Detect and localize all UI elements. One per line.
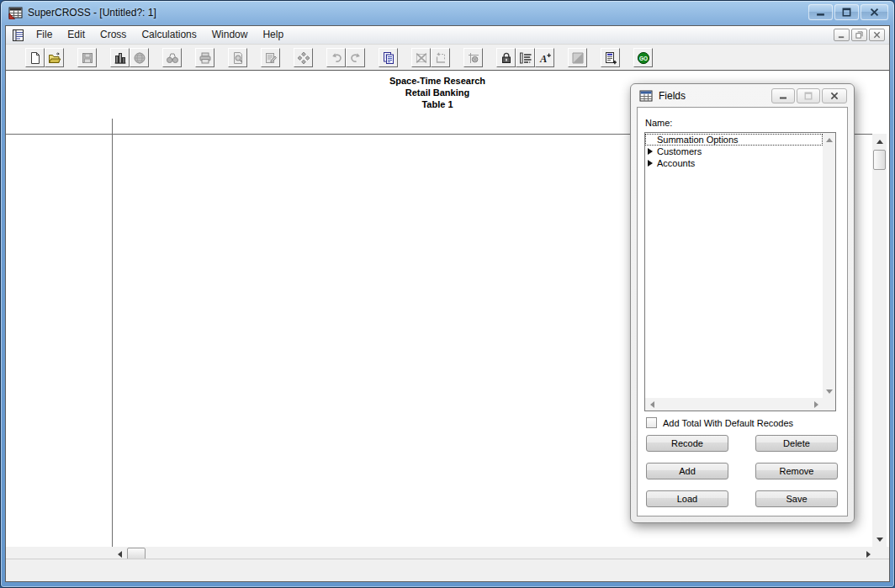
menu-cross[interactable]: Cross: [93, 26, 134, 44]
menu-file[interactable]: File: [29, 26, 60, 44]
print-icon: [199, 51, 212, 65]
mdi-minimize-button[interactable]: [834, 29, 850, 41]
map-button: [568, 48, 587, 67]
jigsaw-options-icon: [297, 51, 310, 65]
list-scroll-down-icon[interactable]: [823, 385, 835, 397]
fields-list-vertical-scrollbar[interactable]: [823, 133, 835, 398]
lock-button[interactable]: [496, 48, 516, 67]
document-table-icon: [11, 29, 25, 42]
dialog-maximize-button: [797, 88, 820, 103]
undo-button: [326, 48, 346, 67]
expand-arrow-icon[interactable]: [648, 160, 653, 167]
redo-icon: [349, 51, 363, 65]
list-scroll-left-icon[interactable]: [646, 398, 658, 411]
globe-icon: [133, 51, 146, 65]
new-document-icon: [29, 51, 42, 65]
list-scrollbar-corner: [823, 398, 835, 411]
title-bar: SuperCROSS - [Untitled?: 1]: [1, 1, 894, 25]
recode-button[interactable]: Recode: [646, 435, 728, 452]
field-item-label: Customers: [657, 146, 702, 157]
menu-bar: FileEditCrossCalculationsWindowHelp: [6, 26, 889, 45]
minimize-icon: [816, 8, 825, 17]
status-bar: [6, 559, 889, 581]
globe-button: [130, 48, 149, 67]
dialog-minimize-icon: [779, 92, 787, 100]
field-order-icon: [519, 51, 532, 65]
fields-dialog-panel: Name: Summation OptionsCustomersAccounts…: [637, 107, 848, 516]
new-document-button[interactable]: [25, 48, 45, 67]
clear-table-button: [411, 48, 431, 67]
maximize-button[interactable]: [834, 4, 859, 20]
dialog-close-button[interactable]: [822, 88, 847, 103]
field-item-label: Accounts: [657, 157, 695, 169]
undo-icon: [330, 51, 343, 65]
close-button[interactable]: [861, 4, 888, 20]
field-item-accounts[interactable]: Accounts: [645, 157, 823, 169]
font-increase-button[interactable]: A: [535, 48, 554, 67]
mdi-restore-icon: [855, 31, 863, 39]
field-item-summation-options[interactable]: Summation Options: [645, 134, 823, 146]
scroll-down-icon[interactable]: [872, 532, 887, 546]
rotate-table-icon: [434, 51, 448, 65]
dialog-maximize-icon: [804, 92, 813, 100]
dialog-minimize-button[interactable]: [771, 88, 795, 103]
mdi-restore-button[interactable]: [851, 29, 867, 41]
table-grid-vertical-line: [112, 119, 113, 547]
delete-button[interactable]: Delete: [755, 435, 838, 452]
print-preview-icon: [231, 51, 245, 65]
print-button: [195, 48, 214, 67]
copy-button[interactable]: [379, 48, 398, 67]
fields-list-horizontal-scrollbar[interactable]: [645, 398, 823, 411]
save-button: [77, 48, 97, 67]
app-icon: [8, 6, 24, 19]
jigsaw-options-button: [294, 48, 313, 67]
fields-dialog-icon: [639, 90, 653, 102]
save-icon: [81, 51, 94, 65]
add-total-checkbox-label: Add Total With Default Recodes: [663, 418, 793, 428]
expand-arrow-icon[interactable]: [648, 148, 653, 155]
table-pointer-button: [463, 48, 483, 67]
load-button[interactable]: Load: [646, 490, 728, 507]
menu-window[interactable]: Window: [204, 26, 256, 44]
menu-edit[interactable]: Edit: [60, 26, 93, 44]
remove-button[interactable]: Remove: [755, 463, 838, 479]
maximize-icon: [842, 8, 851, 17]
list-scroll-up-icon[interactable]: [823, 134, 835, 146]
mdi-close-icon: [873, 31, 881, 39]
lock-icon: [500, 51, 513, 65]
add-total-checkbox[interactable]: [646, 417, 657, 428]
find-binoculars-icon: [166, 51, 179, 65]
edit-notes-button: [261, 48, 280, 67]
add-table-icon: [604, 51, 617, 65]
font-increase-icon: A: [538, 51, 552, 65]
field-order-button[interactable]: [516, 48, 535, 67]
field-item-customers[interactable]: Customers: [645, 146, 823, 157]
fields-dialog: Fields Name: Summation OptionsCustomersA…: [630, 83, 855, 523]
add-button[interactable]: Add: [646, 463, 728, 479]
field-item-label: Summation Options: [657, 134, 739, 146]
minimize-button[interactable]: [808, 4, 833, 20]
toolbar: AGO: [6, 45, 889, 71]
add-table-button[interactable]: [601, 48, 620, 67]
menu-help[interactable]: Help: [255, 26, 291, 44]
map-icon: [571, 51, 585, 65]
window-title: SuperCROSS - [Untitled?: 1]: [28, 7, 156, 19]
scroll-up-icon[interactable]: [872, 135, 887, 148]
go-button[interactable]: GO: [633, 48, 653, 67]
supercross-window: SuperCROSS - [Untitled?: 1] FileEditCros…: [0, 0, 895, 588]
menu-calculations[interactable]: Calculations: [134, 26, 204, 44]
open-file-button[interactable]: [45, 48, 64, 67]
svg-text:GO: GO: [639, 55, 648, 61]
name-label: Name:: [645, 118, 672, 128]
redo-button: [346, 48, 365, 67]
list-scroll-right-icon[interactable]: [810, 398, 822, 411]
svg-text:A: A: [539, 52, 547, 64]
fields-list[interactable]: Summation OptionsCustomersAccounts: [644, 132, 836, 411]
bar-chart-button[interactable]: [110, 48, 130, 67]
vertical-scrollbar-thumb[interactable]: [873, 150, 886, 170]
save-button[interactable]: Save: [755, 490, 838, 507]
mdi-minimize-icon: [838, 31, 845, 39]
mdi-close-button[interactable]: [869, 29, 885, 41]
print-preview-button: [228, 48, 247, 67]
vertical-scrollbar[interactable]: [872, 134, 887, 547]
